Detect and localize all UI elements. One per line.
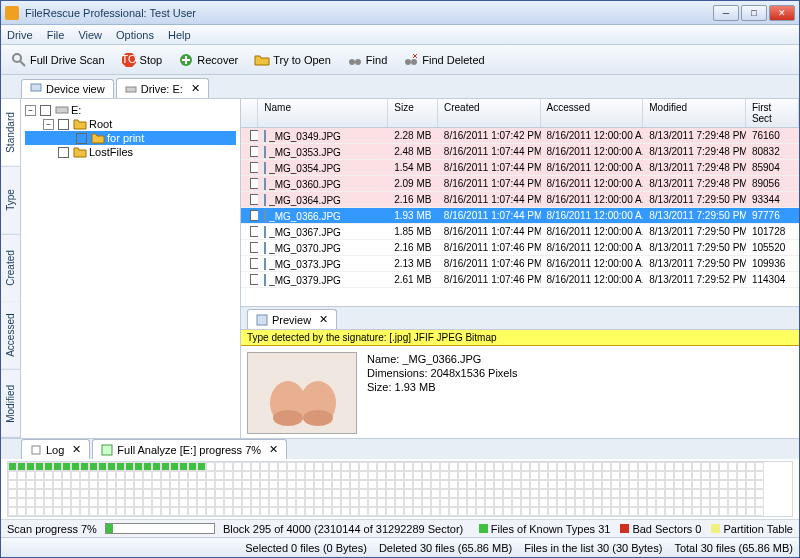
signature-bar: Type detected by the signature: [.jpg] J… bbox=[241, 330, 799, 346]
image-file-icon bbox=[264, 210, 266, 222]
recover-button[interactable]: Recover bbox=[174, 50, 242, 70]
pv-dim-value: 2048x1536 Pixels bbox=[431, 367, 518, 379]
file-accessed: 8/16/2011 12:00:00 A.. bbox=[541, 146, 644, 157]
file-size: 1.85 MB bbox=[388, 226, 438, 237]
maximize-button[interactable]: □ bbox=[741, 5, 767, 21]
file-row[interactable]: _MG_0379.JPG2.61 MB8/16/2011 1:07:46 PM8… bbox=[241, 272, 799, 288]
menu-view[interactable]: View bbox=[78, 29, 102, 41]
col-size[interactable]: Size bbox=[388, 99, 438, 127]
tab-preview[interactable]: Preview✕ bbox=[247, 309, 337, 329]
tab-close-icon[interactable]: ✕ bbox=[72, 443, 81, 456]
tab-log[interactable]: Log✕ bbox=[21, 439, 90, 459]
checkbox[interactable] bbox=[250, 178, 258, 189]
progress-fill bbox=[106, 524, 114, 533]
tab-device-view[interactable]: Device view bbox=[21, 79, 114, 98]
file-created: 8/16/2011 1:07:42 PM bbox=[438, 130, 541, 141]
checkbox[interactable] bbox=[250, 130, 258, 141]
tab-drive-e[interactable]: Drive: E:✕ bbox=[116, 78, 209, 98]
menu-help[interactable]: Help bbox=[168, 29, 191, 41]
binoculars-icon bbox=[347, 52, 363, 68]
pv-dim-label: Dimensions: bbox=[367, 367, 428, 379]
menu-options[interactable]: Options bbox=[116, 29, 154, 41]
titlebar[interactable]: FileRescue Professional: Test User ─ □ ✕ bbox=[1, 1, 799, 25]
vtab-modified[interactable]: Modified bbox=[1, 370, 20, 438]
svg-text:STOP: STOP bbox=[121, 53, 137, 65]
preview-info: Name: _MG_0366.JPG Dimensions: 2048x1536… bbox=[367, 352, 517, 432]
col-modified[interactable]: Modified bbox=[643, 99, 746, 127]
col-created[interactable]: Created bbox=[438, 99, 541, 127]
tree-node-forprint[interactable]: for print bbox=[25, 131, 236, 145]
file-created: 8/16/2011 1:07:46 PM bbox=[438, 258, 541, 269]
scan-progress-label: Scan progress 7% bbox=[7, 523, 97, 535]
checkbox[interactable] bbox=[250, 162, 258, 173]
checkbox[interactable] bbox=[250, 194, 258, 205]
file-row[interactable]: _MG_0367.JPG1.85 MB8/16/2011 1:07:44 PM8… bbox=[241, 224, 799, 240]
full-scan-button[interactable]: Full Drive Scan bbox=[7, 50, 109, 70]
file-row[interactable]: _MG_0373.JPG2.13 MB8/16/2011 1:07:46 PM8… bbox=[241, 256, 799, 272]
recover-label: Recover bbox=[197, 54, 238, 66]
menu-drive[interactable]: Drive bbox=[7, 29, 33, 41]
checkbox[interactable] bbox=[250, 146, 258, 157]
block-map[interactable] bbox=[7, 461, 793, 517]
file-row[interactable]: _MG_0360.JPG2.09 MB8/16/2011 1:07:44 PM8… bbox=[241, 176, 799, 192]
col-checkbox[interactable] bbox=[241, 99, 258, 127]
pv-size-label: Size: bbox=[367, 381, 391, 393]
vtab-accessed[interactable]: Accessed bbox=[1, 302, 20, 370]
file-row[interactable]: _MG_0366.JPG1.93 MB8/16/2011 1:07:44 PM8… bbox=[241, 208, 799, 224]
status-total: Total 30 files (65.86 MB) bbox=[674, 542, 793, 554]
close-button[interactable]: ✕ bbox=[769, 5, 795, 21]
status-inlist: Files in the list 30 (30 Bytes) bbox=[524, 542, 662, 554]
stop-label: Stop bbox=[140, 54, 163, 66]
svg-point-8 bbox=[411, 59, 417, 65]
menu-file[interactable]: File bbox=[47, 29, 65, 41]
checkbox[interactable] bbox=[250, 226, 258, 237]
file-row[interactable]: _MG_0349.JPG2.28 MB8/16/2011 1:07:42 PM8… bbox=[241, 128, 799, 144]
collapse-icon[interactable]: − bbox=[43, 119, 54, 130]
find-button[interactable]: Find bbox=[343, 50, 391, 70]
checkbox[interactable] bbox=[40, 105, 51, 116]
vtab-type[interactable]: Type bbox=[1, 167, 20, 235]
find-deleted-button[interactable]: Find Deleted bbox=[399, 50, 488, 70]
full-scan-label: Full Drive Scan bbox=[30, 54, 105, 66]
status-selected: Selected 0 files (0 Bytes) bbox=[245, 542, 367, 554]
checkbox[interactable] bbox=[250, 210, 258, 221]
try-open-button[interactable]: Try to Open bbox=[250, 50, 335, 70]
file-size: 2.61 MB bbox=[388, 274, 438, 285]
file-row[interactable]: _MG_0354.JPG1.54 MB8/16/2011 1:07:44 PM8… bbox=[241, 160, 799, 176]
collapse-icon[interactable]: − bbox=[25, 105, 36, 116]
checkbox[interactable] bbox=[250, 274, 258, 285]
col-accessed[interactable]: Accessed bbox=[541, 99, 644, 127]
image-file-icon bbox=[264, 162, 266, 174]
file-row[interactable]: _MG_0364.JPG2.16 MB8/16/2011 1:07:44 PM8… bbox=[241, 192, 799, 208]
minimize-button[interactable]: ─ bbox=[713, 5, 739, 21]
tree-root[interactable]: −E: bbox=[25, 103, 236, 117]
block-count-label: Block 295 of 4000 (2310144 of 31292289 S… bbox=[223, 523, 463, 535]
checkbox[interactable] bbox=[250, 258, 258, 269]
legend-bad: Bad Sectors 0 bbox=[620, 523, 701, 535]
file-row[interactable]: _MG_0370.JPG2.16 MB8/16/2011 1:07:46 PM8… bbox=[241, 240, 799, 256]
file-created: 8/16/2011 1:07:46 PM bbox=[438, 242, 541, 253]
checkbox[interactable] bbox=[58, 119, 69, 130]
tab-close-icon[interactable]: ✕ bbox=[319, 313, 328, 326]
svg-rect-19 bbox=[102, 445, 112, 455]
tab-close-icon[interactable]: ✕ bbox=[191, 82, 200, 95]
stop-button[interactable]: STOPStop bbox=[117, 50, 167, 70]
drive-icon bbox=[125, 83, 137, 95]
checkbox[interactable] bbox=[250, 242, 258, 253]
tab-close-icon[interactable]: ✕ bbox=[269, 443, 278, 456]
checkbox[interactable] bbox=[58, 147, 69, 158]
tree-node-root[interactable]: −Root bbox=[25, 117, 236, 131]
file-list[interactable]: Name Size Created Accessed Modified Firs… bbox=[241, 99, 799, 307]
file-name: _MG_0353.JPG bbox=[258, 146, 388, 158]
tree-node-lostfiles[interactable]: LostFiles bbox=[25, 145, 236, 159]
tab-analyze[interactable]: Full Analyze [E:] progress 7%✕ bbox=[92, 439, 287, 459]
vtab-standard[interactable]: Standard bbox=[1, 99, 20, 167]
col-firstsect[interactable]: First Sect bbox=[746, 99, 799, 127]
svg-rect-12 bbox=[257, 315, 267, 325]
checkbox[interactable] bbox=[76, 133, 87, 144]
folder-tree[interactable]: −E: −Root for print LostFiles bbox=[21, 99, 241, 438]
col-name[interactable]: Name bbox=[258, 99, 388, 127]
file-created: 8/16/2011 1:07:44 PM bbox=[438, 178, 541, 189]
vtab-created[interactable]: Created bbox=[1, 235, 20, 303]
file-row[interactable]: _MG_0353.JPG2.48 MB8/16/2011 1:07:44 PM8… bbox=[241, 144, 799, 160]
